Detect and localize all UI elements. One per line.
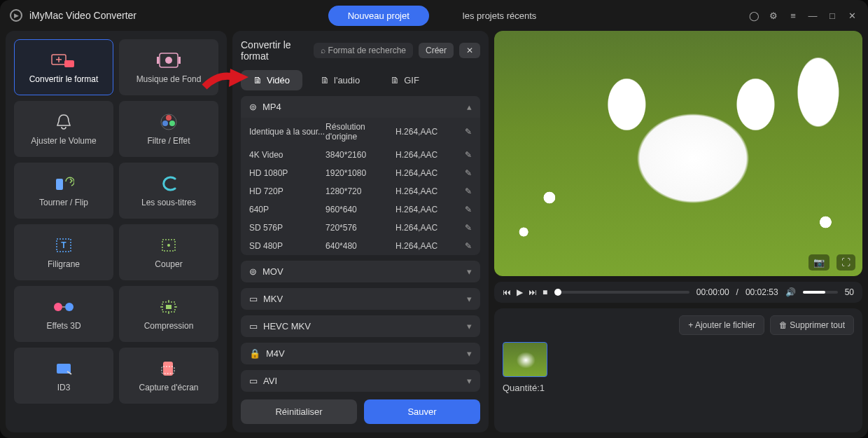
volume-slider[interactable] xyxy=(803,291,838,294)
save-button[interactable]: Sauver xyxy=(364,399,480,424)
sidebar-item-filter-effect[interactable]: Filtre / Effet xyxy=(119,101,218,157)
svg-point-9 xyxy=(162,121,168,126)
mkv-icon: ▭ xyxy=(249,294,258,304)
bell-icon xyxy=(49,112,78,132)
preset-res: 3840*2160 xyxy=(326,150,396,160)
chevron-down-icon: ▾ xyxy=(467,348,472,359)
file-thumbnail[interactable] xyxy=(503,342,547,377)
tab-audio[interactable]: 🗎l'audio xyxy=(308,70,372,90)
avi-icon: ▭ xyxy=(249,376,258,386)
preset-row[interactable]: 4K Video3840*2160H.264,AAC✎ xyxy=(241,146,480,164)
mp4-group: ⊚MP4▴ Identique à la sour...Résolution d… xyxy=(241,96,480,255)
sidebar-item-screenshot[interactable]: Capture d'écran xyxy=(119,348,218,404)
preset-row[interactable]: SD 480P640*480H.264,AAC✎ xyxy=(241,237,480,255)
m4v-icon: 🔒 xyxy=(249,348,260,359)
tab-video[interactable]: 🗎Vidéo xyxy=(241,70,302,90)
center-title: Convertir le format xyxy=(241,39,308,62)
next-icon[interactable]: ⏭ xyxy=(528,287,537,297)
chevron-up-icon: ▴ xyxy=(467,102,472,112)
preset-row[interactable]: HD 720P1280*720H.264,AAC✎ xyxy=(241,182,480,200)
tab-video-label: Vidéo xyxy=(267,75,290,85)
play-icon[interactable]: ▶ xyxy=(517,287,523,297)
video-preview[interactable]: 📷 ⛶ xyxy=(494,31,862,276)
avi-label: AVI xyxy=(263,376,277,386)
edit-icon[interactable]: ✎ xyxy=(459,150,472,160)
user-icon[interactable]: ◯ xyxy=(748,11,760,21)
sidebar-item-convert-format[interactable]: Convertir le format xyxy=(14,39,113,95)
add-file-button[interactable]: + Ajouter le fichier xyxy=(679,315,764,335)
remove-all-button[interactable]: 🗑 Supprimer tout xyxy=(770,315,854,335)
sidebar-item-adjust-volume[interactable]: Ajuster le Volume xyxy=(14,101,113,157)
main-area: Convertir le format Musique de Fond Ajus… xyxy=(0,31,868,438)
close-panel-button[interactable]: ✕ xyxy=(459,43,480,58)
mkv-header[interactable]: ▭MKV▾ xyxy=(241,288,480,310)
sidebar-item-watermark[interactable]: T Filigrane xyxy=(14,224,113,280)
svg-rect-5 xyxy=(178,57,181,64)
tab-new-project[interactable]: Nouveau projet xyxy=(328,6,429,26)
create-button[interactable]: Créer xyxy=(419,43,454,58)
fullscreen-icon[interactable]: ⛶ xyxy=(836,254,855,271)
video-icon: 🗎 xyxy=(253,75,262,85)
svg-point-14 xyxy=(167,244,170,247)
edit-icon[interactable]: ✎ xyxy=(459,223,472,233)
edit-icon[interactable]: ✎ xyxy=(459,127,472,137)
chevron-down-icon: ▾ xyxy=(467,321,472,331)
close-icon[interactable]: ✕ xyxy=(846,11,858,21)
gear-icon[interactable]: ⚙ xyxy=(767,11,780,21)
avi-header[interactable]: ▭AVI▾ xyxy=(241,370,480,392)
sidebar-item-subtitles[interactable]: Les sous-titres xyxy=(119,163,218,219)
sidebar-item-cut[interactable]: Couper xyxy=(119,224,218,280)
edit-icon[interactable]: ✎ xyxy=(459,186,472,196)
m4v-header[interactable]: 🔒M4V▾ xyxy=(241,343,480,364)
preset-row[interactable]: SD 576P720*576H.264,AAC✎ xyxy=(241,219,480,237)
preset-res: 640*480 xyxy=(326,241,396,251)
preset-row[interactable]: Identique à la sour...Résolution d'origi… xyxy=(241,118,480,146)
crop-icon xyxy=(154,235,183,255)
format-search[interactable]: ⌕Format de recherche xyxy=(314,43,413,58)
tab-recent-projects[interactable]: les projets récents xyxy=(443,6,556,26)
search-placeholder: Format de recherche xyxy=(328,46,406,55)
sidebar-item-label: Couper xyxy=(155,259,182,269)
center-footer: Réinitialiser Sauver xyxy=(241,399,480,424)
titlebar-icons: ◯ ⚙ ≡ — □ ✕ xyxy=(748,11,858,21)
tab-gif[interactable]: 🗎GIF xyxy=(378,70,432,90)
preset-row[interactable]: HD 1080P1920*1080H.264,AAC✎ xyxy=(241,164,480,182)
preview-image xyxy=(494,31,862,276)
preset-row[interactable]: 640P960*640H.264,AAC✎ xyxy=(241,200,480,219)
svg-point-8 xyxy=(169,121,175,126)
minimize-icon[interactable]: — xyxy=(806,11,819,21)
tab-gif-label: GIF xyxy=(404,75,419,85)
mp4-header[interactable]: ⊚MP4▴ xyxy=(241,96,480,118)
sidebar-item-label: Capture d'écran xyxy=(139,383,198,392)
svg-rect-10 xyxy=(56,179,63,190)
hevc-header[interactable]: ▭HEVC MKV▾ xyxy=(241,315,480,337)
menu-icon[interactable]: ≡ xyxy=(787,11,799,21)
right-panel: 📷 ⛶ ⏮ ▶ ⏭ ■ 00:00:00 / 00:02:53 🔊 50 xyxy=(494,31,862,432)
preset-name: HD 720P xyxy=(249,186,326,196)
maximize-icon[interactable]: □ xyxy=(826,11,839,21)
seek-slider[interactable] xyxy=(554,291,690,294)
preset-list: Identique à la sour...Résolution d'origi… xyxy=(241,118,480,255)
id3-icon xyxy=(49,359,78,378)
sidebar-item-compression[interactable]: Compression xyxy=(119,286,218,342)
hevc-label: HEVC MKV xyxy=(263,321,311,331)
sidebar-item-label: Compression xyxy=(144,321,194,331)
preset-codec: H.264,AAC xyxy=(396,168,459,178)
edit-icon[interactable]: ✎ xyxy=(459,168,472,178)
center-header: Convertir le format ⌕Format de recherche… xyxy=(241,39,480,62)
prev-icon[interactable]: ⏮ xyxy=(503,287,511,297)
sidebar-item-id3[interactable]: ID3 xyxy=(14,348,113,404)
camera-icon[interactable]: 📷 xyxy=(808,254,830,271)
svg-point-16 xyxy=(65,303,74,311)
reset-button[interactable]: Réinitialiser xyxy=(241,399,357,424)
stop-icon[interactable]: ■ xyxy=(542,287,547,297)
edit-icon[interactable]: ✎ xyxy=(459,205,472,214)
volume-icon[interactable]: 🔊 xyxy=(785,287,796,297)
preset-res: Résolution d'origine xyxy=(326,122,396,142)
sidebar-item-rotate-flip[interactable]: Tourner / Flip xyxy=(14,163,113,219)
preset-name: SD 576P xyxy=(249,223,326,233)
color-wheel-icon xyxy=(154,112,183,132)
mov-header[interactable]: ⊚MOV▾ xyxy=(241,261,480,282)
sidebar-item-3d-effects[interactable]: Effets 3D xyxy=(14,286,113,342)
edit-icon[interactable]: ✎ xyxy=(459,241,472,251)
